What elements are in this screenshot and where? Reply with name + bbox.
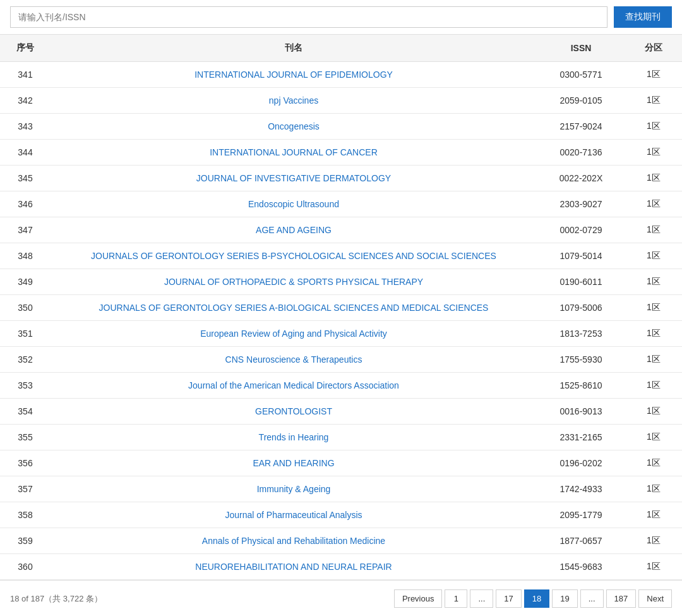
table-row: 356EAR AND HEARING0196-02021区 [0,450,682,476]
table-row: 354GERONTOLOGIST0016-90131区 [0,399,682,425]
table-row: 350JOURNALS OF GERONTOLOGY SERIES A-BIOL… [0,295,682,321]
row-issn: 1813-7253 [537,321,625,347]
table-row: 346Endoscopic Ultrasound2303-90271区 [0,191,682,217]
journal-link[interactable]: JOURNALS OF GERONTOLOGY SERIES A-BIOLOGI… [99,303,489,313]
col-header-issn: ISSN [537,35,625,62]
journal-link[interactable]: European Review of Aging and Physical Ac… [200,329,387,339]
row-journal-name[interactable]: Journal of Pharmaceutical Analysis [51,502,537,528]
row-journal-name[interactable]: INTERNATIONAL JOURNAL OF EPIDEMIOLOGY [51,62,537,88]
search-button[interactable]: 查找期刊 [614,6,672,28]
row-journal-name[interactable]: CNS Neuroscience & Therapeutics [51,347,537,373]
row-index: 359 [0,528,51,554]
row-journal-name[interactable]: JOURNALS OF GERONTOLOGY SERIES A-BIOLOGI… [51,295,537,321]
row-issn: 2331-2165 [537,425,625,450]
journal-link[interactable]: EAR AND HEARING [253,458,334,468]
row-zone: 1区 [625,295,682,321]
row-issn: 0016-9013 [537,399,625,425]
row-journal-name[interactable]: JOURNALS OF GERONTOLOGY SERIES B-PSYCHOL… [51,243,537,269]
row-index: 356 [0,450,51,476]
row-journal-name[interactable]: European Review of Aging and Physical Ac… [51,321,537,347]
row-issn: 1545-9683 [537,554,625,580]
journal-link[interactable]: Oncogenesis [268,121,320,131]
row-zone: 1区 [625,399,682,425]
row-issn: 2157-9024 [537,114,625,140]
row-issn: 0020-7136 [537,140,625,166]
journal-link[interactable]: Trends in Hearing [259,432,329,442]
row-journal-name[interactable]: JOURNAL OF INVESTIGATIVE DERMATOLOGY [51,166,537,191]
table-row: 352CNS Neuroscience & Therapeutics1755-5… [0,347,682,373]
table-row: 343Oncogenesis2157-90241区 [0,114,682,140]
row-index: 353 [0,373,51,399]
row-journal-name[interactable]: Trends in Hearing [51,425,537,450]
row-journal-name[interactable]: NEUROREHABILITATION AND NEURAL REPAIR [51,554,537,580]
pagination-next[interactable]: Next [638,589,672,608]
row-journal-name[interactable]: AGE AND AGEING [51,217,537,243]
journal-link[interactable]: Endoscopic Ultrasound [248,199,339,209]
search-bar: 查找期刊 [0,0,682,35]
journal-link[interactable]: INTERNATIONAL JOURNAL OF CANCER [210,147,378,157]
table-row: 359Annals of Physical and Rehabilitation… [0,528,682,554]
row-journal-name[interactable]: Journal of the American Medical Director… [51,373,537,399]
row-zone: 1区 [625,476,682,502]
journal-table: 序号 刊名 ISSN 分区 341INTERNATIONAL JOURNAL O… [0,35,682,580]
journal-link[interactable]: npj Vaccines [269,95,318,106]
row-journal-name[interactable]: EAR AND HEARING [51,450,537,476]
row-zone: 1区 [625,321,682,347]
row-index: 358 [0,502,51,528]
journal-link[interactable]: JOURNAL OF INVESTIGATIVE DERMATOLOGY [196,173,391,183]
table-row: 342npj Vaccines2059-01051区 [0,88,682,114]
row-index: 343 [0,114,51,140]
row-journal-name[interactable]: JOURNAL OF ORTHOPAEDIC & SPORTS PHYSICAL… [51,269,537,295]
pagination-page-18[interactable]: 18 [524,589,549,608]
row-zone: 1区 [625,425,682,450]
row-index: 348 [0,243,51,269]
row-index: 349 [0,269,51,295]
row-issn: 1079-5014 [537,243,625,269]
row-zone: 1区 [625,347,682,373]
row-journal-name[interactable]: Oncogenesis [51,114,537,140]
col-header-index: 序号 [0,35,51,62]
journal-link[interactable]: Journal of Pharmaceutical Analysis [225,510,362,520]
table-header-row: 序号 刊名 ISSN 分区 [0,35,682,62]
journal-link[interactable]: AGE AND AGEING [256,225,332,235]
row-journal-name[interactable]: Annals of Physical and Rehabilitation Me… [51,528,537,554]
row-journal-name[interactable]: GERONTOLOGIST [51,399,537,425]
row-index: 351 [0,321,51,347]
journal-link[interactable]: Annals of Physical and Rehabilitation Me… [202,536,385,546]
table-row: 348JOURNALS OF GERONTOLOGY SERIES B-PSYC… [0,243,682,269]
pagination-page-1[interactable]: 1 [445,589,467,608]
row-issn: 1877-0657 [537,528,625,554]
col-header-zone: 分区 [625,35,682,62]
journal-link[interactable]: Journal of the American Medical Director… [188,380,399,390]
pagination-page-19[interactable]: 19 [552,589,577,608]
journal-link[interactable]: JOURNALS OF GERONTOLOGY SERIES B-PSYCHOL… [91,251,496,261]
journal-link[interactable]: JOURNAL OF ORTHOPAEDIC & SPORTS PHYSICAL… [164,277,423,287]
journal-link[interactable]: CNS Neuroscience & Therapeutics [225,354,362,365]
row-issn: 1079-5006 [537,295,625,321]
row-index: 341 [0,62,51,88]
row-journal-name[interactable]: INTERNATIONAL JOURNAL OF CANCER [51,140,537,166]
table-row: 345JOURNAL OF INVESTIGATIVE DERMATOLOGY0… [0,166,682,191]
row-issn: 2095-1779 [537,502,625,528]
journal-link[interactable]: Immunity & Ageing [257,484,331,494]
row-journal-name[interactable]: Immunity & Ageing [51,476,537,502]
col-header-name: 刊名 [51,35,537,62]
pagination-page-187[interactable]: 187 [606,589,637,608]
row-zone: 1区 [625,217,682,243]
search-input[interactable] [10,6,607,28]
row-zone: 1区 [625,243,682,269]
journal-link[interactable]: INTERNATIONAL JOURNAL OF EPIDEMIOLOGY [194,69,393,80]
row-journal-name[interactable]: npj Vaccines [51,88,537,114]
pagination-previous[interactable]: Previous [394,589,443,608]
row-zone: 1区 [625,450,682,476]
pagination-page-17[interactable]: 17 [496,589,521,608]
row-index: 342 [0,88,51,114]
row-zone: 1区 [625,114,682,140]
row-issn: 0196-0202 [537,450,625,476]
table-row: 347AGE AND AGEING0002-07291区 [0,217,682,243]
row-issn: 0002-0729 [537,217,625,243]
journal-link[interactable]: GERONTOLOGIST [255,406,332,416]
row-index: 344 [0,140,51,166]
row-journal-name[interactable]: Endoscopic Ultrasound [51,191,537,217]
journal-link[interactable]: NEUROREHABILITATION AND NEURAL REPAIR [195,562,392,572]
